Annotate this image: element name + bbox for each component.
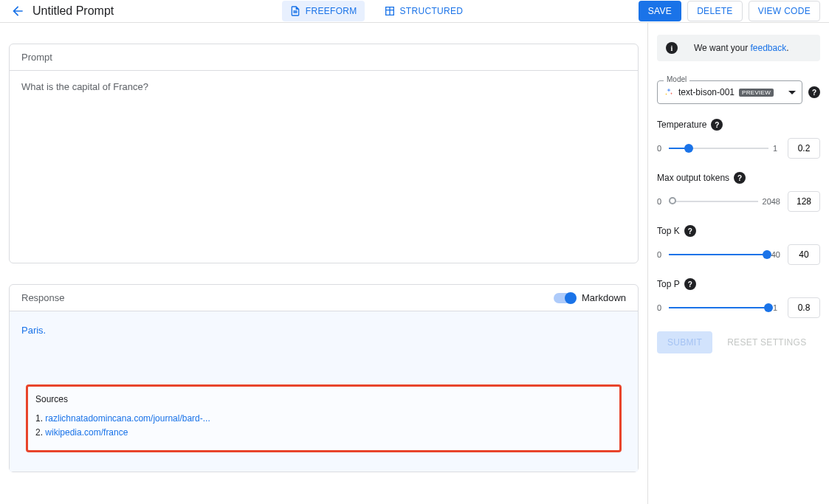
source-link-1[interactable]: razlichnatadomincana.com/journal/bard-..…	[45, 413, 210, 424]
max-tokens-slider[interactable]	[669, 201, 758, 202]
chevron-down-icon	[788, 91, 796, 94]
help-icon[interactable]: ?	[684, 225, 696, 237]
slider-wrap: 0 1	[657, 144, 780, 153]
delete-button[interactable]: DELETE	[687, 1, 742, 21]
help-icon[interactable]: ?	[711, 119, 723, 131]
markdown-toggle[interactable]	[554, 293, 576, 303]
prompt-card: Prompt What is the capital of France?	[9, 44, 639, 263]
freeform-label: FREEFORM	[306, 6, 357, 16]
freeform-tab[interactable]: FREEFORM	[282, 1, 365, 21]
slider-wrap: 0 2048	[657, 197, 780, 206]
param-row: 0 2048	[657, 191, 820, 212]
body: Prompt What is the capital of France? Re…	[0, 23, 829, 504]
temperature-param: Temperature ? 0 1	[657, 119, 820, 159]
sources-box: Sources 1. razlichnatadomincana.com/jour…	[26, 384, 622, 452]
header: Untitled Prompt FREEFORM STRUCTURED SAVE…	[0, 0, 829, 23]
settings-panel: i We want your feedback. Model text-biso…	[647, 23, 829, 504]
response-header: Response Markdown	[10, 285, 638, 311]
view-code-button[interactable]: VIEW CODE	[749, 1, 820, 21]
top-k-label: Top K ?	[657, 225, 820, 237]
top-p-param: Top P ? 0 1	[657, 278, 820, 318]
page-title: Untitled Prompt	[32, 4, 114, 18]
slider-max: 1	[773, 303, 780, 312]
back-arrow-icon[interactable]	[9, 2, 27, 20]
feedback-link[interactable]: feedback	[750, 43, 786, 53]
top-p-label: Top P ?	[657, 278, 820, 290]
top-k-slider[interactable]	[669, 254, 767, 255]
max-tokens-param: Max output tokens ? 0 2048	[657, 172, 820, 212]
help-icon[interactable]: ?	[684, 278, 696, 290]
model-legend: Model	[664, 75, 689, 83]
slider-min: 0	[657, 197, 664, 206]
max-tokens-input[interactable]	[788, 191, 820, 212]
markdown-label: Markdown	[582, 292, 626, 303]
sources-title: Sources	[35, 394, 612, 404]
max-tokens-label: Max output tokens ?	[657, 172, 820, 184]
response-text: Paris.	[21, 325, 626, 336]
help-icon[interactable]: ?	[734, 172, 746, 184]
slider-min: 0	[657, 144, 664, 153]
slider-wrap: 0 40	[657, 250, 780, 259]
model-field: Model text-bison-001 PREVIEW ?	[657, 80, 820, 104]
top-p-input[interactable]	[788, 297, 820, 318]
top-k-input[interactable]	[788, 244, 820, 265]
top-k-param: Top K ? 0 40	[657, 225, 820, 265]
source-link-2[interactable]: wikipedia.com/france	[45, 427, 128, 438]
sparkle-icon	[664, 87, 674, 97]
prompt-header: Prompt	[10, 44, 638, 71]
response-card: Response Markdown Paris. Sources 1. razl…	[9, 284, 639, 472]
markdown-toggle-group: Markdown	[554, 292, 626, 303]
save-button[interactable]: SAVE	[639, 1, 681, 21]
structured-tab[interactable]: STRUCTURED	[376, 1, 471, 21]
top-p-slider[interactable]	[669, 307, 768, 308]
param-row: 0 40	[657, 244, 820, 265]
source-item: 1. razlichnatadomincana.com/journal/bard…	[35, 412, 612, 426]
info-icon: i	[666, 42, 678, 54]
help-icon[interactable]: ?	[808, 86, 820, 98]
param-row: 0 1	[657, 138, 820, 159]
temperature-label: Temperature ?	[657, 119, 820, 131]
temperature-input[interactable]	[788, 138, 820, 159]
model-select[interactable]: Model text-bison-001 PREVIEW	[657, 80, 802, 104]
table-icon	[384, 5, 396, 17]
main: Prompt What is the capital of France? Re…	[0, 23, 647, 504]
slider-max: 40	[771, 250, 780, 259]
temperature-slider[interactable]	[669, 148, 768, 149]
document-icon	[289, 5, 301, 17]
reset-settings-button[interactable]: RESET SETTINGS	[721, 331, 812, 353]
slider-max: 1	[773, 144, 780, 153]
model-name: text-bison-001	[678, 87, 735, 97]
preview-badge: PREVIEW	[739, 89, 774, 97]
feedback-bar: i We want your feedback.	[657, 35, 820, 61]
header-actions: SAVE DELETE VIEW CODE	[639, 1, 820, 21]
submit-button[interactable]: SUBMIT	[657, 331, 712, 353]
panel-actions: SUBMIT RESET SETTINGS	[657, 331, 820, 353]
mode-switcher: FREEFORM STRUCTURED	[114, 1, 639, 21]
prompt-label: Prompt	[21, 52, 52, 63]
sources-list: 1. razlichnatadomincana.com/journal/bard…	[35, 412, 612, 440]
response-body: Paris. Sources 1. razlichnatadomincana.c…	[10, 311, 638, 472]
slider-min: 0	[657, 303, 664, 312]
feedback-text: We want your feedback.	[694, 43, 789, 53]
slider-max: 2048	[763, 197, 780, 206]
slider-wrap: 0 1	[657, 303, 780, 312]
response-label: Response	[21, 292, 65, 303]
param-row: 0 1	[657, 297, 820, 318]
slider-min: 0	[657, 250, 664, 259]
source-item: 2. wikipedia.com/france	[35, 426, 612, 440]
structured-label: STRUCTURED	[400, 6, 464, 16]
prompt-input[interactable]: What is the capital of France?	[10, 71, 638, 263]
